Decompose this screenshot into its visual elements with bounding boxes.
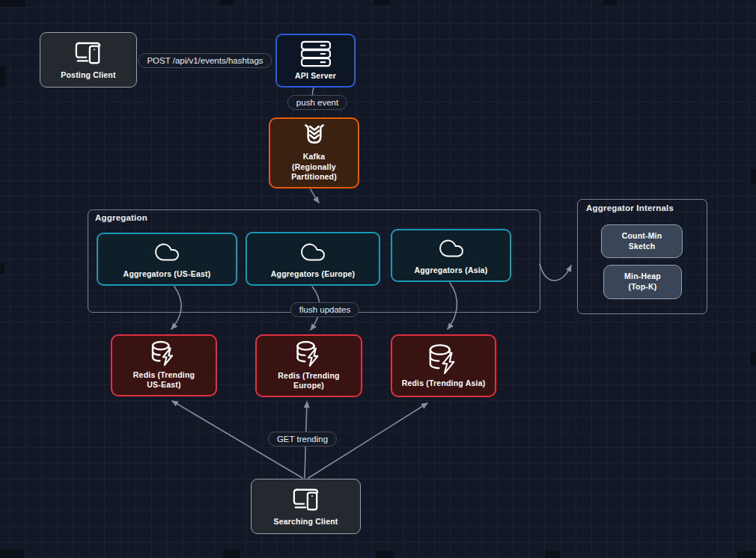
node-redis-trending-asia-label: Redis (Trending Asia) — [402, 378, 486, 389]
diagram-canvas[interactable]: Aggregation Aggregator Internals Posting… — [0, 0, 756, 558]
node-kafka-label: Kafka (Regionally Partitioned) — [291, 152, 337, 183]
node-aggregators-europe-label: Aggregators (Europe) — [271, 269, 356, 280]
node-posting-client-label: Posting Client — [61, 70, 115, 81]
node-aggregators-us-east[interactable]: Aggregators (US-East) — [97, 233, 237, 286]
node-redis-trending-europe-label: Redis (Trending Europe) — [278, 371, 339, 391]
edge-kafka-to-aggregation — [311, 189, 319, 203]
node-min-heap-top-k-label: Min-Heap (Top-K) — [624, 272, 661, 292]
node-searching-client[interactable]: Searching Client — [251, 479, 361, 534]
server-rack-icon — [300, 40, 332, 67]
redis-database-icon — [147, 340, 180, 367]
node-redis-trending-asia[interactable]: Redis (Trending Asia) — [391, 334, 496, 397]
node-aggregators-europe[interactable]: Aggregators (Europe) — [246, 232, 380, 286]
node-min-heap-top-k[interactable]: Min-Heap (Top-K) — [603, 265, 682, 299]
node-api-server-label: API Server — [295, 71, 336, 82]
redis-database-icon — [427, 343, 460, 375]
cloud-icon — [150, 239, 184, 266]
node-posting-client[interactable]: Posting Client — [40, 32, 137, 88]
devices-icon — [290, 486, 322, 513]
group-aggregator-internals-label: Aggregator Internals — [586, 203, 674, 212]
node-aggregators-us-east-label: Aggregators (US-East) — [124, 269, 211, 280]
kafka-queue-icon — [299, 123, 329, 148]
group-aggregation-label: Aggregation — [95, 213, 147, 222]
edge-label-get-trending[interactable]: GET trending — [268, 432, 337, 447]
node-redis-trending-europe[interactable]: Redis (Trending Europe) — [255, 334, 362, 397]
edge-aggregation-to-internals — [540, 264, 571, 280]
node-count-min-sketch-label: Count-Min Sketch — [622, 231, 662, 251]
redis-database-icon — [293, 340, 326, 367]
node-searching-client-label: Searching Client — [273, 517, 338, 527]
node-aggregators-asia[interactable]: Aggregators (Asia) — [391, 229, 511, 282]
cloud-icon — [434, 235, 469, 262]
devices-icon — [73, 40, 104, 67]
node-redis-trending-us-east[interactable]: Redis (Trending US-East) — [111, 334, 217, 396]
node-aggregators-asia-label: Aggregators (Asia) — [414, 266, 487, 276]
node-redis-trending-us-east-label: Redis (Trending US-East) — [133, 370, 195, 390]
edge-label-flush-updates[interactable]: flush updates — [290, 302, 359, 317]
node-api-server[interactable]: API Server — [275, 34, 356, 88]
cloud-icon — [296, 239, 330, 266]
edge-label-push-event[interactable]: push event — [287, 95, 347, 110]
edge-label-post-hashtags[interactable]: POST /api/v1/events/hashtags — [138, 53, 272, 68]
node-kafka[interactable]: Kafka (Regionally Partitioned) — [269, 117, 359, 188]
node-count-min-sketch[interactable]: Count-Min Sketch — [601, 224, 683, 258]
